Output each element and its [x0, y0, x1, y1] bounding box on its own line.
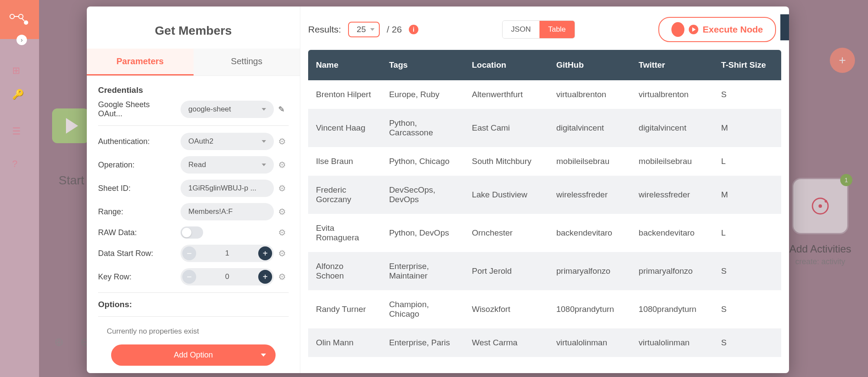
table-cell: wirelessfreder [631, 176, 713, 214]
activities-node[interactable]: 1 Add Activities create: activity [777, 178, 864, 266]
table-cell: backendevitaro [549, 214, 631, 252]
table-cell: digitalvincent [631, 109, 713, 147]
add-option-button[interactable]: Add Option [111, 344, 276, 366]
decrement-icon[interactable]: − [182, 246, 196, 260]
table-cell: primaryalfonzo [549, 252, 631, 290]
authentication-select[interactable]: OAuth2 [181, 133, 274, 150]
column-header: GitHub [549, 50, 631, 80]
table-cell: East Cami [464, 109, 549, 147]
app-sidebar [0, 0, 39, 377]
table-row[interactable]: Frederic GorczanyDevSecOps, DevOpsLake D… [308, 176, 781, 214]
range-input[interactable]: Members!A:F [181, 203, 274, 220]
sidebar-collapse-icon[interactable]: › [16, 35, 27, 45]
tab-parameters[interactable]: Parameters [87, 49, 194, 75]
add-node-button[interactable]: + [830, 48, 855, 73]
svg-point-6 [819, 204, 822, 208]
raw-data-toggle[interactable] [181, 226, 203, 239]
table-row[interactable]: Olin MannEnterprise, ParisWest Carmavirt… [308, 328, 781, 357]
table-cell: 1080prandyturn [549, 290, 631, 328]
info-icon[interactable]: i [409, 25, 418, 34]
credential-type-label: Google Sheets OAut... [98, 100, 176, 118]
table-view-button[interactable]: Table [539, 21, 575, 38]
close-button[interactable]: ✕ [780, 14, 789, 40]
table-cell: M [713, 109, 781, 147]
decrement-icon[interactable]: − [182, 270, 196, 284]
executions-icon[interactable]: ☰ [12, 126, 21, 137]
table-cell: Enterprise, Paris [381, 328, 464, 357]
sheet-id-input[interactable]: 1GiR5glinWBUJ-p ... [181, 180, 274, 197]
table-row[interactable]: Alfonzo SchoenEnterprise, MaintainerPort… [308, 252, 781, 290]
node-editor-modal: ✕ Get Members Parameters Settings Creden… [87, 7, 789, 373]
table-cell: Randy Turner [308, 290, 381, 328]
help-icon[interactable]: ? [12, 158, 17, 170]
table-row[interactable]: Randy TurnerChampion, ChicagoWisozkfort1… [308, 290, 781, 328]
parameters-panel: Get Members Parameters Settings Credenti… [87, 7, 300, 373]
json-view-button[interactable]: JSON [503, 21, 539, 38]
edit-credential-icon[interactable]: ✎ [278, 105, 289, 114]
svg-point-7 [825, 200, 827, 203]
credential-select[interactable]: google-sheet [181, 101, 274, 118]
workflow-icon[interactable]: ⊞ [12, 65, 20, 76]
table-cell: backendevitaro [631, 214, 713, 252]
table-row[interactable]: Ilse BraunPython, ChicagoSouth Mitchbury… [308, 147, 781, 176]
table-cell: L [713, 214, 781, 252]
table-cell: S [713, 252, 781, 290]
table-row[interactable]: Evita RomagueraPython, DevOpsOrnchesterb… [308, 214, 781, 252]
table-cell: L [713, 147, 781, 176]
zoom-in-icon[interactable]: ⊕ [51, 334, 67, 350]
gear-icon[interactable]: ⚙ [278, 160, 289, 170]
gear-icon[interactable]: ⚙ [278, 207, 289, 217]
play-icon [689, 25, 698, 34]
table-cell: Python, Carcassone [381, 109, 464, 147]
range-label: Range: [98, 207, 176, 216]
table-cell: Port Jerold [464, 252, 549, 290]
results-count-select[interactable]: 25 [348, 22, 380, 37]
data-start-row-stepper[interactable]: − 1 + [181, 245, 274, 262]
panel-tabs: Parameters Settings [87, 49, 300, 76]
table-cell: Vincent Haag [308, 109, 381, 147]
execute-node-button[interactable]: Execute Node [658, 17, 776, 42]
tab-settings[interactable]: Settings [194, 49, 300, 75]
authentication-label: Authentication: [98, 137, 176, 146]
table-row[interactable]: Brenton HilpertEurope, RubyAltenwerthfur… [308, 80, 781, 109]
table-cell: virtualbrenton [549, 80, 631, 109]
table-cell: Ilse Braun [308, 147, 381, 176]
gear-icon[interactable]: ⚙ [278, 183, 289, 193]
divider [98, 125, 289, 126]
results-panel: Results: 25 / 26 i JSON Table Execute No… [300, 7, 789, 373]
column-header: Name [308, 50, 381, 80]
svg-point-1 [19, 14, 23, 19]
data-start-row-label: Data Start Row: [98, 249, 176, 258]
gear-icon[interactable]: ⚙ [278, 248, 289, 259]
results-label: Results: [308, 24, 341, 35]
gear-icon[interactable]: ⚙ [278, 272, 289, 282]
svg-point-0 [10, 14, 14, 19]
gear-icon[interactable]: ⚙ [278, 136, 289, 147]
table-cell: S [713, 328, 781, 357]
table-cell: Olin Mann [308, 328, 381, 357]
gear-icon[interactable]: ⚙ [278, 227, 289, 238]
credentials-icon[interactable]: 🔑 [12, 89, 24, 100]
options-empty-text: Currently no properties exist [98, 324, 289, 344]
table-cell: M [713, 176, 781, 214]
increment-icon[interactable]: + [258, 246, 272, 260]
column-header: T-Shirt Size [713, 50, 781, 80]
table-cell: mobileilsebrau [549, 147, 631, 176]
results-total: / 26 [387, 24, 402, 35]
start-node[interactable] [52, 108, 89, 143]
table-row[interactable]: Vincent HaagPython, CarcassoneEast Camid… [308, 109, 781, 147]
data-start-row-value: 1 [196, 249, 258, 258]
table-cell: S [713, 290, 781, 328]
node-title: Get Members [100, 24, 287, 38]
table-cell: West Carma [464, 328, 549, 357]
table-cell: virtualbrenton [631, 80, 713, 109]
increment-icon[interactable]: + [258, 270, 272, 284]
start-label: Start [59, 174, 84, 187]
table-cell: Altenwerthfurt [464, 80, 549, 109]
column-header: Tags [381, 50, 464, 80]
key-row-stepper[interactable]: − 0 + [181, 268, 274, 285]
svg-line-4 [22, 18, 24, 21]
results-table: NameTagsLocationGitHubTwitterT-Shirt Siz… [308, 50, 781, 357]
sheet-id-label: Sheet ID: [98, 184, 176, 193]
operation-select[interactable]: Read [181, 156, 274, 174]
